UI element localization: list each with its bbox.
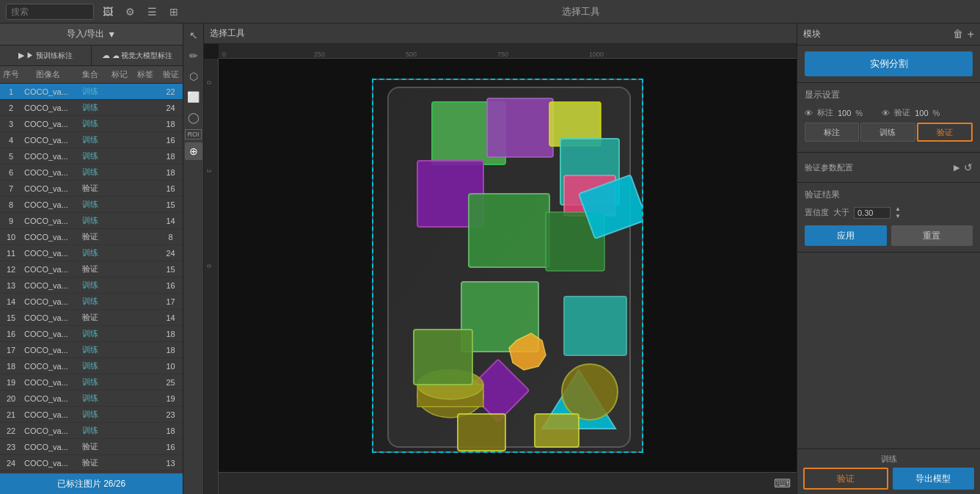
rect-tool-btn[interactable]: ⬜ [185, 88, 202, 106]
reset-btn[interactable]: 重置 [891, 225, 973, 246]
table-row[interactable]: 6 COCO_va... 训练 18 [0, 164, 183, 181]
vision-model-anno-btn[interactable]: ☁ ☁ 视觉大模型标注 [92, 46, 183, 65]
cell-set: 验证 [73, 231, 106, 242]
cell-id: 16 [0, 330, 22, 338]
cell-name: COCO_va... [22, 459, 73, 468]
cell-id: 23 [0, 443, 22, 451]
verify-config-title: 验证参数配置 [805, 162, 853, 173]
table-row[interactable]: 11 COCO_va... 训练 24 [0, 245, 183, 261]
verify-bottom-btn[interactable]: 验证 [803, 468, 888, 490]
export-model-btn[interactable]: 导出模型 [893, 468, 975, 490]
col-id: 序号 [0, 69, 22, 80]
tab-train[interactable]: 训练 [860, 123, 915, 142]
pretrain-anno-btn[interactable]: ▶ ▶ 预训练标注 [0, 46, 92, 65]
import-bar[interactable]: 导入/导出 ▼ [0, 23, 183, 46]
progress-bar: 已标注图片 26/26 [0, 473, 183, 494]
table-row[interactable]: 24 COCO_va... 验证 13 [0, 455, 183, 471]
stepper-up[interactable]: ▲ [895, 206, 901, 213]
cell-id: 4 [0, 136, 22, 145]
cell-id: 17 [0, 346, 22, 355]
cell-id: 12 [0, 265, 22, 274]
cell-verify: 15 [158, 200, 183, 209]
cell-id: 10 [0, 233, 22, 241]
table-row[interactable]: 17 COCO_va... 训练 18 [0, 342, 183, 358]
cell-id: 13 [0, 281, 22, 290]
table-row[interactable]: 1 COCO_va... 训练 22 [0, 84, 183, 100]
table-body: 1 COCO_va... 训练 22 2 COCO_va... 训练 24 3 … [0, 84, 183, 473]
cell-set: 训练 [73, 134, 106, 145]
cell-set: 训练 [73, 215, 106, 226]
cell-verify: 19 [158, 394, 183, 403]
keyboard-icon[interactable]: ⌨ [774, 476, 791, 490]
cell-id: 2 [0, 103, 22, 112]
polygon-tool-btn[interactable]: ⬡ [185, 68, 202, 85]
table-row[interactable]: 3 COCO_va... 训练 18 [0, 116, 183, 132]
instance-seg-btn[interactable]: 实例分割 [805, 51, 973, 76]
table-row[interactable]: 14 COCO_va... 训练 17 [0, 294, 183, 310]
tool-bar: ↖ ✏ ⬡ ⬜ ◯ ROI ⊕ [183, 23, 204, 494]
table-row[interactable]: 22 COCO_va... 训练 18 [0, 423, 183, 439]
image-icon[interactable]: 🖼 [100, 4, 116, 20]
right-bottom: 训练 验证 导出模型 [797, 448, 980, 494]
canvas-viewport[interactable] [219, 59, 797, 472]
apply-btn[interactable]: 应用 [805, 225, 887, 246]
list-icon[interactable]: ☰ [144, 4, 160, 20]
select-tool-btn[interactable]: ↖ [185, 26, 202, 44]
circle-tool-btn[interactable]: ◯ [185, 109, 202, 126]
table-row[interactable]: 21 COCO_va... 训练 23 [0, 407, 183, 423]
table-row[interactable]: 15 COCO_va... 验证 14 [0, 310, 183, 326]
tab-verify[interactable]: 验证 [917, 123, 973, 142]
col-name: 图像名 [22, 69, 73, 80]
table-row[interactable]: 5 COCO_va... 训练 18 [0, 148, 183, 164]
display-settings: 显示设置 👁 标注 100 % 👁 验证 100 % 标注 训练 验证 [797, 83, 980, 153]
table-row[interactable]: 9 COCO_va... 训练 14 [0, 213, 183, 229]
pretrain-label: ▶ 预训练标注 [26, 51, 73, 61]
search-input[interactable] [6, 4, 94, 20]
config-reset[interactable]: ↺ [964, 161, 973, 173]
delete-icon[interactable]: 🗑 [953, 28, 963, 41]
add-icon[interactable]: + [968, 28, 974, 41]
canvas-toolbar: 选择工具 [204, 23, 797, 44]
conf-greater: 大于 [833, 207, 849, 218]
cell-set: 训练 [73, 360, 106, 371]
table-row[interactable]: 23 COCO_va... 验证 16 [0, 439, 183, 455]
cell-set: 训练 [73, 118, 106, 129]
table-row[interactable]: 7 COCO_va... 验证 16 [0, 181, 183, 197]
tab-row: 标注 训练 验证 [805, 123, 973, 142]
cell-id: 14 [0, 297, 22, 306]
active-tool-btn[interactable]: ⊕ [185, 142, 202, 160]
cell-name: COCO_va... [22, 249, 73, 258]
stepper-down[interactable]: ▼ [895, 213, 901, 220]
cell-id: 9 [0, 217, 22, 225]
cell-set: 验证 [73, 457, 106, 468]
cell-name: COCO_va... [22, 313, 73, 322]
col-mark: 标记 [106, 69, 132, 80]
cell-verify: 17 [158, 297, 183, 306]
cell-verify: 16 [158, 136, 183, 145]
table-row[interactable]: 12 COCO_va... 验证 15 [0, 261, 183, 277]
table-row[interactable]: 10 COCO_va... 验证 8 [0, 229, 183, 245]
roi-label[interactable]: ROI [185, 129, 201, 139]
cell-verify: 24 [158, 249, 183, 258]
tab-anno[interactable]: 标注 [805, 123, 859, 142]
table-row[interactable]: 13 COCO_va... 训练 16 [0, 277, 183, 294]
annotated-image [372, 79, 643, 453]
cell-set: 训练 [73, 425, 106, 436]
table-row[interactable]: 2 COCO_va... 训练 24 [0, 100, 183, 116]
table-row[interactable]: 16 COCO_va... 训练 18 [0, 326, 183, 342]
cell-id: 3 [0, 120, 22, 128]
table-row[interactable]: 4 COCO_va... 训练 16 [0, 132, 183, 148]
filter-icon[interactable]: ⚙ [122, 4, 138, 20]
ruler-vertical: 0 3 6 [204, 59, 219, 494]
verify-text: 验证 [894, 107, 910, 118]
table-row[interactable]: 8 COCO_va... 训练 15 [0, 197, 183, 213]
conf-input[interactable] [854, 207, 891, 219]
cell-verify: 14 [158, 217, 183, 225]
table-row[interactable]: 19 COCO_va... 训练 25 [0, 374, 183, 391]
grid-icon[interactable]: ⊞ [166, 4, 182, 20]
cell-name: COCO_va... [22, 120, 73, 128]
cell-id: 5 [0, 152, 22, 161]
draw-tool-btn[interactable]: ✏ [185, 47, 202, 65]
table-row[interactable]: 18 COCO_va... 训练 10 [0, 358, 183, 374]
table-row[interactable]: 20 COCO_va... 训练 19 [0, 391, 183, 407]
